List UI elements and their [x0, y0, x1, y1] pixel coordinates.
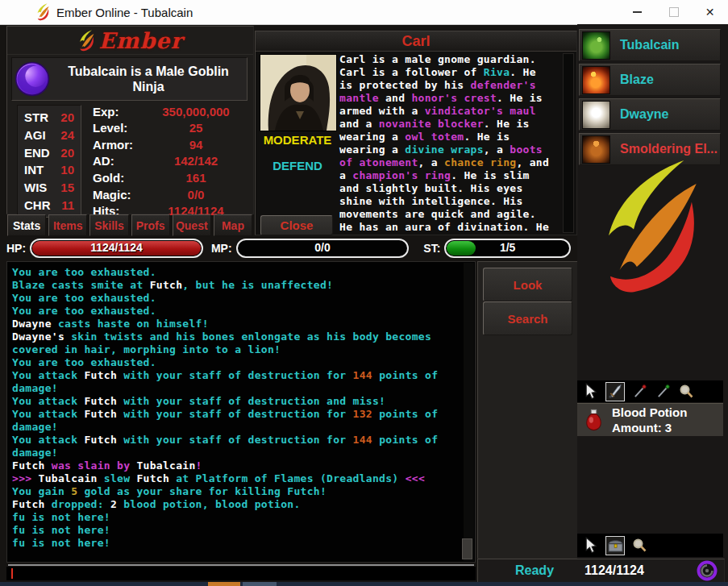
mp-label: MP: [211, 242, 232, 255]
magnifier-icon[interactable] [677, 383, 695, 401]
text-segment: , and [516, 156, 549, 168]
text-segment: points of [372, 408, 438, 420]
purple-orb-icon [15, 61, 50, 97]
stat-row: AGI24 [24, 128, 74, 142]
log-line: Futch was slain by Tubalcain! [12, 459, 475, 472]
stat-value: 20 [60, 146, 74, 160]
log-line: fu is not here! [12, 511, 475, 524]
text-segment: owl totem [405, 131, 464, 143]
character-details: Exp:350,000,000Level:25Armor:94AD:142/14… [89, 103, 249, 219]
search-button[interactable]: Search [483, 301, 572, 335]
text-segment: Futch [150, 279, 183, 291]
text-segment: Carl is a male gnome guardian. [339, 53, 536, 65]
cursor-icon[interactable] [582, 537, 600, 555]
log-line: Blaze casts smite at Futch, but he is un… [12, 279, 475, 292]
window-controls: ✕ [619, 0, 728, 24]
sword-icon[interactable] [605, 382, 625, 401]
description-line: is protected by his defender's [339, 79, 564, 92]
description-scrollbar[interactable] [563, 53, 574, 233]
stat-row: WIS15 [24, 181, 74, 194]
stance-label: MODERATE [256, 133, 339, 147]
flame-icon [35, 3, 50, 21]
ember-logo-text: Ember [98, 28, 182, 53]
character-summary-box: Tubalcain is a Male Goblin Ninja [11, 57, 248, 101]
detail-label: AD: [89, 154, 143, 168]
cursor-icon[interactable] [582, 383, 600, 401]
log-line: damage! [12, 447, 475, 459]
tab-stats[interactable]: Stats [7, 214, 46, 236]
character-summary: Tubalcain is a Male Goblin Ninja [50, 64, 247, 94]
text-segment: >>> [12, 472, 39, 484]
vitals-row: HP: 1124/1124 MP: 0/0 ST: 1/5 [6, 239, 571, 258]
text-segment: with your staff of destruction and miss! [117, 395, 385, 407]
tab-quest[interactable]: Quest [173, 214, 211, 236]
action-panel: Look Search [477, 261, 578, 559]
close-target-button[interactable]: Close [260, 215, 333, 235]
loot-toolbar [577, 534, 723, 557]
stat-row: INT10 [24, 163, 74, 177]
description-line: Carl is a male gnome guardian. [339, 53, 564, 66]
flame-icon [77, 30, 95, 52]
party-member-dwayne[interactable]: Dwayne [579, 98, 721, 131]
stat-value: 24 [60, 128, 74, 142]
look-button[interactable]: Look [483, 268, 572, 301]
text-segment: with your staff of destruction for [117, 434, 353, 446]
text-segment: Futch [12, 459, 45, 472]
text-segment: slew [98, 472, 137, 484]
text-segment: 144 [353, 369, 372, 381]
log-scrollbar-thumb[interactable] [462, 538, 472, 559]
log-line: You attack Futch with your staff of dest… [12, 395, 475, 408]
stat-label: CHR [24, 198, 51, 212]
chest-icon[interactable] [605, 536, 625, 555]
tab-items[interactable]: Items [48, 214, 87, 236]
window-title: Ember Online - Tubalcain [56, 6, 193, 19]
text-segment: damage! [12, 382, 58, 394]
description-line: and a novanite blocker. He is [339, 118, 564, 131]
magnifier-icon[interactable] [630, 537, 648, 555]
text-segment: Dwayne's [12, 330, 64, 343]
description-line: a champion's ring. He is slim [339, 169, 564, 182]
text-segment: Futch [12, 498, 45, 510]
text-segment: covered in hair, morphing into to a lion… [12, 343, 281, 355]
tab-map[interactable]: Map [214, 214, 252, 236]
text-segment: You are too exhausted. [12, 292, 156, 304]
log-scrollbar[interactable] [464, 263, 474, 561]
text-segment: Tubalcain [136, 459, 195, 472]
maximize-button[interactable] [655, 0, 692, 24]
text-segment: You attack [12, 369, 84, 381]
text-segment: Carl is a follower of [339, 66, 484, 78]
flame-creature-avatar [582, 66, 610, 94]
party-member-tubalcain[interactable]: Tubalcain [579, 29, 721, 61]
red-wand-icon[interactable] [630, 383, 648, 401]
minimize-button[interactable] [619, 0, 655, 24]
text-segment: and a [339, 118, 379, 130]
tab-skills[interactable]: Skills [89, 214, 128, 236]
text-segment: gold as your share for killing Futch! [77, 485, 327, 497]
text-segment: . He is [484, 118, 530, 130]
log-line: fu is not here! [12, 524, 475, 537]
party-member-blaze[interactable]: Blaze [579, 64, 721, 96]
tab-profs[interactable]: Profs [131, 214, 170, 236]
stat-row: CHR11 [24, 198, 74, 212]
character-panel: Ember Tubalcain is a Male Goblin Ninja S… [6, 26, 254, 214]
command-input[interactable] [6, 567, 476, 580]
text-segment: divine wraps [405, 143, 484, 156]
detail-row: Exp:350,000,000 [89, 105, 249, 118]
log-line: Dwayne's skin twists and his bones enlon… [12, 330, 475, 343]
target-description: Carl is a male gnome guardian.Carl is a … [339, 53, 564, 232]
detail-value: 161 [143, 171, 249, 185]
ready-status: Ready [515, 563, 554, 578]
description-line: armed with a vindicator's maul [339, 105, 564, 118]
text-segment: blood potion, blood potion. [117, 498, 301, 510]
green-wand-icon[interactable] [654, 383, 672, 401]
close-button[interactable]: ✕ [692, 0, 728, 24]
description-line: shine with intelligence. His [339, 195, 564, 208]
mode-label: DEFEND [256, 159, 339, 172]
loot-item-blood-potion[interactable]: Blood Potion Amount: 3 [577, 403, 723, 436]
purple-spiral-icon[interactable] [697, 560, 718, 581]
text-segment: vindicator's maul [425, 105, 536, 117]
detail-value: 0/0 [143, 188, 249, 202]
log-line: damage! [12, 382, 475, 395]
log-line: You are too exhausted. [12, 292, 475, 305]
text-segment: with your staff of destruction for [117, 408, 353, 420]
